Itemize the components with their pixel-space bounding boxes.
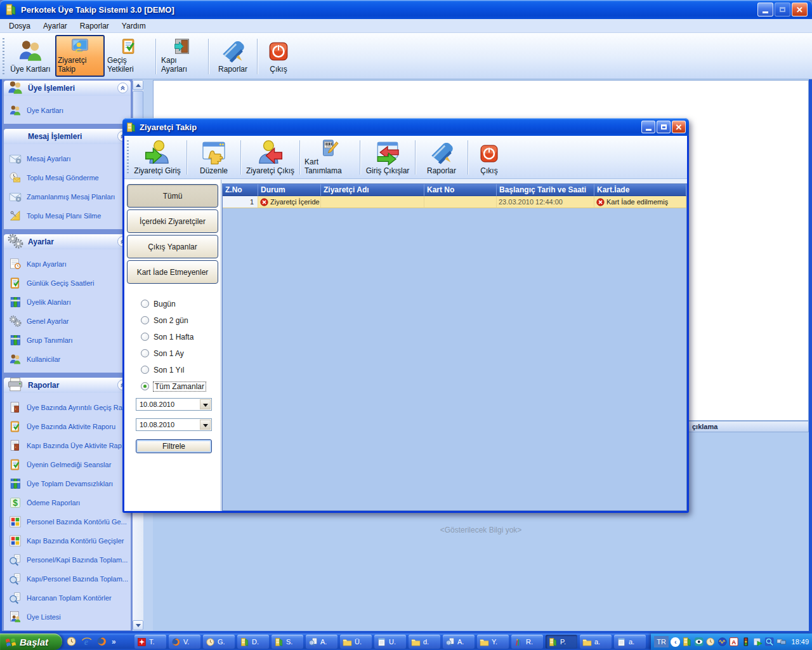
sidebar-item-harcanan-toplam-kontorler[interactable]: Harcanan Toplam Kontörler: [4, 588, 131, 607]
filter-kart-iade-etmeyenler-button[interactable]: Kart İade Etmeyenler: [127, 260, 218, 284]
toolbar-grip[interactable]: [127, 140, 129, 175]
sidebar-item-uyenin-gelmedigi-seanslar[interactable]: Üyenin Gelmediği Seanslar: [4, 455, 131, 474]
toolbar-kapi-ayarlari-button[interactable]: Kapı Ayarları: [159, 35, 206, 77]
sidebar-item-uye-bazinda-ayrintili-gecis[interactable]: Üye Bazında Ayrıntılı Geçiş Ra..: [4, 398, 131, 417]
traffic-light-icon[interactable]: [741, 637, 751, 647]
sidebar-item-genel-ayarlar[interactable]: Genel Ayarlar: [4, 312, 131, 331]
radio-son-1-hafta[interactable]: Son 1 Hafta: [141, 332, 221, 342]
task-button[interactable]: A.: [443, 635, 475, 649]
radio-son-1-yil[interactable]: Son 1 Yıl: [141, 365, 221, 375]
ziyaretci-giris-button[interactable]: Ziyaretçi Giriş: [130, 138, 185, 177]
cabinet-app-icon[interactable]: [682, 637, 692, 647]
tray-chevron-icon[interactable]: ‹: [671, 637, 680, 647]
dialog-minimize-button[interactable]: [641, 121, 655, 133]
toolbar-gecis-yetkileri-button[interactable]: Geçiş Yetkileri: [105, 35, 153, 77]
chevron-down-icon[interactable]: [200, 399, 211, 409]
close-button[interactable]: ✕: [792, 3, 808, 17]
collapse-chevron-icon[interactable]: [117, 83, 128, 93]
radio-son-1-ay[interactable]: Son 1 Ay: [141, 348, 221, 358]
task-button[interactable]: U.: [374, 635, 406, 649]
scrollbar-thumb[interactable]: [133, 91, 143, 121]
scroll-down-icon[interactable]: [133, 620, 143, 630]
sidebar-item-uye-toplam-devamsizliklari[interactable]: Üye Toplam Devamsızlıkları: [4, 474, 131, 493]
column-header-durum[interactable]: Durum: [258, 184, 321, 196]
task-button[interactable]: V.: [169, 635, 200, 649]
chevron-down-icon[interactable]: [200, 420, 211, 430]
menu-dosya[interactable]: Dosya: [3, 20, 37, 32]
toolbar-grip[interactable]: [3, 38, 4, 75]
column-header-baslangic[interactable]: Başlangıç Tarih ve Saati: [497, 184, 594, 196]
sidebar-item-uyelik-alanlari[interactable]: Üyelik Alanları: [4, 293, 131, 312]
sidebar-item-toplu-mesaj-gonderme[interactable]: Toplu Mesaj Gönderme: [4, 168, 131, 187]
sidebar-item-grup-tanimlari[interactable]: Grup Tanımları: [4, 331, 131, 350]
filter-icerdeki-ziyaretciler-button[interactable]: İçerdeki Ziyaretçiler: [127, 209, 218, 233]
taskbar-clock[interactable]: 18:49: [792, 638, 809, 646]
date-from-dropdown[interactable]: 10.08.2010: [136, 398, 212, 411]
date-to-dropdown[interactable]: 10.08.2010: [136, 418, 212, 431]
task-button[interactable]: Ü.: [340, 635, 372, 649]
sidebar-item-kullanicilar[interactable]: Kullanicilar: [4, 350, 131, 369]
menu-ayarlar[interactable]: Ayarlar: [37, 20, 74, 32]
monitors-icon[interactable]: [776, 637, 787, 647]
radio-icon[interactable]: [141, 300, 149, 308]
radio-icon[interactable]: [141, 316, 149, 324]
giris-cikislar-button[interactable]: Giriş Çıkışlar: [362, 138, 413, 177]
toolbar-raporlar-button[interactable]: Raporlar: [211, 35, 254, 77]
task-button[interactable]: R.: [511, 635, 543, 649]
column-header-zno[interactable]: Z.No: [223, 184, 258, 196]
sidebar-item-kapi-bazinda-kontorlu[interactable]: Kapı Bazında Kontörlü Geçişler: [4, 531, 131, 550]
firefox-icon[interactable]: [96, 636, 107, 647]
minimize-button[interactable]: [757, 3, 773, 17]
start-button[interactable]: Başlat: [0, 633, 62, 650]
task-button[interactable]: G.: [203, 635, 235, 649]
radio-icon[interactable]: [141, 366, 149, 374]
wave-icon[interactable]: [717, 637, 728, 647]
task-button[interactable]: A.: [306, 635, 337, 649]
scroll-up-icon[interactable]: [133, 80, 143, 90]
sidebar-item-uye-kartlari[interactable]: Üye Kartları: [4, 101, 131, 120]
section-header-ayarlar[interactable]: Ayarlar: [4, 234, 131, 249]
sidebar-item-toplu-mesaj-plani-silme[interactable]: Toplu Mesaj Planı Silme: [4, 206, 131, 225]
task-button[interactable]: D.: [237, 635, 269, 649]
sidebar-item-mesaj-ayarlari[interactable]: Mesaj Ayarları: [4, 149, 131, 168]
table-row[interactable]: 1 Ziyaretçi İçeride 23.03.2010 12:44:00 …: [223, 196, 686, 208]
section-header-uye-islemleri[interactable]: Üye İşlemleri: [4, 81, 131, 96]
sidebar-item-uye-listesi[interactable]: Üye Listesi: [4, 607, 131, 627]
task-button[interactable]: a.: [580, 635, 612, 649]
toolbar-uye-kartlari-button[interactable]: Üye Kartları: [6, 35, 55, 77]
radio-bugun[interactable]: Bugün: [141, 299, 221, 308]
column-header-kart-iade[interactable]: Kart.İade: [594, 184, 686, 196]
eye-icon[interactable]: [694, 637, 704, 647]
dialog-raporlar-button[interactable]: Raporlar: [417, 138, 466, 177]
column-header-kart-no[interactable]: Kart No: [424, 184, 497, 196]
task-button[interactable]: T.: [134, 635, 166, 649]
sidebar-item-kapi-ayarlari[interactable]: Kapı Ayarları: [4, 255, 131, 274]
sidebar-item-odeme-raporlari[interactable]: Ödeme Raporları: [4, 493, 131, 512]
maximize-button[interactable]: [775, 3, 790, 17]
section-header-mesaj-islemleri[interactable]: Mesaj İşlemleri: [4, 129, 131, 144]
db-play-icon[interactable]: [753, 637, 763, 647]
ie-icon[interactable]: [81, 636, 92, 647]
radio-son-2-gun[interactable]: Son 2 gün: [141, 315, 221, 325]
pdf-icon[interactable]: [729, 637, 739, 647]
filtrele-button[interactable]: Filtrele: [136, 439, 212, 453]
filter-tumu-button[interactable]: Tümü: [127, 184, 218, 208]
net-search-icon[interactable]: [764, 637, 775, 647]
toolbar-ziyaretci-takip-button[interactable]: Ziyaretçi Takip: [55, 35, 105, 77]
dialog-maximize-button[interactable]: [657, 121, 671, 133]
filter-cikis-yapanlar-button[interactable]: Çıkış Yapanlar: [127, 235, 218, 258]
sidebar-item-kapi-personel-toplam[interactable]: Kapı/Personel Bazında Toplam...: [4, 569, 131, 588]
sidebar-item-uye-bazinda-aktivite[interactable]: Üye Bazında Aktivite Raporu: [4, 417, 131, 436]
task-button[interactable]: S.: [272, 635, 303, 649]
sidebar-item-personel-bazinda-kontorlu[interactable]: Personel Bazında Kontörlü Ge...: [4, 512, 131, 531]
overflow-chevron-icon[interactable]: »: [112, 637, 116, 646]
radio-selected-icon[interactable]: [141, 382, 149, 390]
menu-yardim[interactable]: Yardım: [115, 20, 152, 32]
task-button-active[interactable]: P.: [546, 635, 577, 649]
toolbar-cikis-button[interactable]: Çıkış: [260, 35, 297, 77]
dialog-cikis-button[interactable]: Çıkış: [470, 138, 508, 177]
kart-tanimlama-button[interactable]: Kart Tanımlama: [302, 138, 358, 177]
sidebar-item-zamanlanmis-mesaj-planlari[interactable]: Zamanlanmış Mesaj Planları: [4, 187, 131, 206]
task-button[interactable]: a.: [614, 635, 646, 649]
radio-icon[interactable]: [141, 333, 149, 341]
